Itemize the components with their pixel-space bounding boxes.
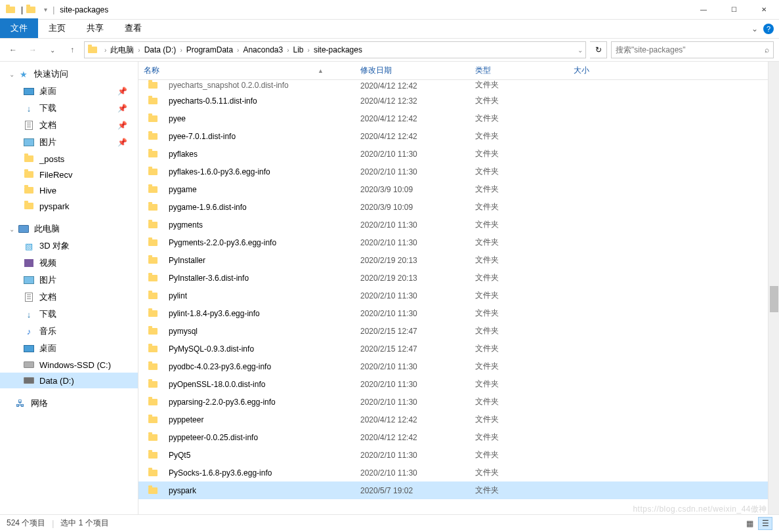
view-details-button[interactable]: ☰: [758, 517, 772, 530]
tab-share[interactable]: 共享: [76, 18, 114, 38]
folder-icon: [87, 45, 98, 55]
col-name[interactable]: 名称 ▲: [138, 65, 355, 76]
crumb-anaconda[interactable]: Anaconda3: [240, 44, 285, 56]
file-row[interactable]: pyspark2020/5/7 19:02文件夹: [138, 481, 779, 499]
sidebar-item[interactable]: Windows-SSD (C:): [0, 357, 138, 373]
file-row[interactable]: pylint-1.8.4-py3.6.egg-info2020/2/10 11:…: [138, 304, 779, 322]
file-row[interactable]: pyecharts_snapshot 0.2.0.dist-info2020/4…: [138, 80, 779, 92]
col-type[interactable]: 类型: [470, 65, 568, 76]
breadcrumb[interactable]: › 此电脑 › Data (D:) › ProgramData › Anacon…: [84, 41, 586, 58]
breadcrumb-sep[interactable]: ›: [180, 47, 182, 54]
close-button[interactable]: ✕: [749, 0, 779, 20]
sidebar-item-label: Data (D:): [39, 376, 74, 386]
search-box[interactable]: ⌕: [611, 41, 774, 58]
crumb-sitepackages[interactable]: site-packages: [311, 44, 365, 56]
sidebar-item[interactable]: FileRecv: [0, 167, 138, 182]
file-row[interactable]: pylint2020/2/10 11:30文件夹: [138, 287, 779, 304]
file-list[interactable]: pyecharts_snapshot 0.2.0.dist-info2020/4…: [138, 80, 779, 514]
help-icon[interactable]: ?: [763, 24, 774, 34]
sidebar-network[interactable]: › 🖧 网络: [0, 395, 138, 412]
up-button[interactable]: ↑: [64, 42, 80, 58]
scroll-thumb[interactable]: [770, 286, 778, 312]
qat-dropdown[interactable]: ▾: [44, 6, 47, 13]
col-date[interactable]: 修改日期: [355, 65, 470, 76]
file-name: pyOpenSSL-18.0.0.dist-info: [169, 380, 265, 389]
file-row[interactable]: PyInstaller2020/2/19 20:13文件夹: [138, 251, 779, 269]
sidebar-item[interactable]: pyspark: [0, 198, 138, 214]
breadcrumb-sep[interactable]: ›: [104, 47, 106, 54]
refresh-button[interactable]: ↻: [590, 41, 607, 58]
sidebar-item[interactable]: 文档📌: [0, 117, 138, 134]
file-row[interactable]: pymysql2020/2/15 12:47文件夹: [138, 322, 779, 340]
folder-icon: [148, 432, 158, 443]
sidebar-item[interactable]: Data (D:): [0, 373, 138, 388]
file-row[interactable]: pyppeteer-0.0.25.dist-info2020/4/12 12:4…: [138, 428, 779, 446]
forward-button[interactable]: →: [25, 42, 41, 58]
minimize-button[interactable]: —: [688, 0, 719, 20]
file-name: PyMySQL-0.9.3.dist-info: [169, 344, 254, 354]
sidebar-item[interactable]: Hive: [0, 182, 138, 198]
sidebar-item[interactable]: 图片📌: [0, 134, 138, 151]
sidebar-item[interactable]: 桌面📌: [0, 83, 138, 100]
sidebar-item[interactable]: _posts: [0, 151, 138, 167]
sidebar-item[interactable]: 桌面: [0, 340, 138, 357]
file-row[interactable]: pyodbc-4.0.23-py3.6.egg-info2020/2/10 11…: [138, 358, 779, 375]
file-row[interactable]: pyflakes2020/2/10 11:30文件夹: [138, 145, 779, 163]
back-button[interactable]: ←: [5, 42, 21, 58]
file-row[interactable]: pyppeteer2020/4/12 12:42文件夹: [138, 411, 779, 428]
file-row[interactable]: PySocks-1.6.8-py3.6.egg-info2020/2/10 11…: [138, 464, 779, 481]
sidebar-item-label: 文档: [39, 291, 56, 303]
network-icon: 🖧: [15, 398, 26, 409]
file-row[interactable]: pyparsing-2.2.0-py3.6.egg-info2020/2/10 …: [138, 393, 779, 411]
sidebar-item[interactable]: ♪音乐: [0, 323, 138, 340]
tab-home[interactable]: 主页: [38, 18, 76, 38]
crumb-lib[interactable]: Lib: [291, 44, 306, 56]
crumb-programdata[interactable]: ProgramData: [184, 44, 236, 56]
sidebar-quick-access[interactable]: ⌄ ★ 快速访问: [0, 66, 138, 83]
file-row[interactable]: pygments2020/2/10 11:30文件夹: [138, 216, 779, 234]
file-row[interactable]: pygame2020/3/9 10:09文件夹: [138, 180, 779, 198]
file-name: pyflakes: [169, 150, 198, 159]
search-input[interactable]: [616, 45, 765, 54]
file-row[interactable]: pyee2020/4/12 12:42文件夹: [138, 110, 779, 127]
file-type: 文件夹: [470, 184, 568, 195]
history-dropdown[interactable]: ⌄: [45, 42, 60, 58]
crumb-drive[interactable]: Data (D:): [142, 44, 179, 56]
file-row[interactable]: Pygments-2.2.0-py3.6.egg-info2020/2/10 1…: [138, 234, 779, 251]
file-row[interactable]: PyQt52020/2/10 11:30文件夹: [138, 446, 779, 464]
folder-icon: [24, 153, 34, 164]
vertical-scrollbar[interactable]: [768, 62, 779, 514]
sidebar-item[interactable]: 文档: [0, 289, 138, 306]
sidebar-item[interactable]: ▧3D 对象: [0, 237, 138, 255]
tab-file[interactable]: 文件: [0, 18, 38, 38]
sidebar-item[interactable]: ↓下载: [0, 306, 138, 323]
breadcrumb-sep[interactable]: ›: [237, 47, 239, 54]
sidebar-item[interactable]: ↓下载📌: [0, 100, 138, 117]
file-row[interactable]: PyInstaller-3.6.dist-info2020/2/19 20:13…: [138, 269, 779, 287]
sidebar-this-pc[interactable]: ⌄ 此电脑: [0, 220, 138, 237]
file-date: 2020/5/7 19:02: [355, 486, 470, 495]
file-row[interactable]: pyecharts-0.5.11.dist-info2020/4/12 12:3…: [138, 92, 779, 110]
search-icon[interactable]: ⌕: [765, 45, 769, 54]
file-row[interactable]: pyflakes-1.6.0-py3.6.egg-info2020/2/10 1…: [138, 163, 779, 180]
breadcrumb-dropdown-icon[interactable]: ⌄: [578, 47, 583, 54]
doc-icon: [24, 292, 34, 302]
sidebar-item[interactable]: 视频: [0, 255, 138, 272]
col-size[interactable]: 大小: [568, 65, 634, 76]
tab-view[interactable]: 查看: [114, 18, 152, 38]
breadcrumb-sep[interactable]: ›: [287, 47, 289, 54]
view-thumbnails-button[interactable]: ▦: [742, 517, 757, 530]
file-row[interactable]: pyee-7.0.1.dist-info2020/4/12 12:42文件夹: [138, 127, 779, 145]
folder-icon[interactable]: [26, 5, 36, 15]
crumb-pc[interactable]: 此电脑: [108, 43, 137, 57]
file-name: pylint-1.8.4-py3.6.egg-info: [169, 309, 260, 318]
desktop-icon: [24, 86, 34, 96]
breadcrumb-sep[interactable]: ›: [308, 47, 310, 54]
maximize-button[interactable]: ☐: [719, 0, 749, 20]
file-row[interactable]: pygame-1.9.6.dist-info2020/3/9 10:09文件夹: [138, 198, 779, 216]
breadcrumb-sep[interactable]: ›: [138, 47, 140, 54]
ribbon-chevron-icon[interactable]: ⌄: [751, 24, 758, 33]
file-row[interactable]: pyOpenSSL-18.0.0.dist-info2020/2/10 11:3…: [138, 375, 779, 393]
file-row[interactable]: PyMySQL-0.9.3.dist-info2020/2/15 12:47文件…: [138, 340, 779, 358]
sidebar-item[interactable]: 图片: [0, 272, 138, 289]
